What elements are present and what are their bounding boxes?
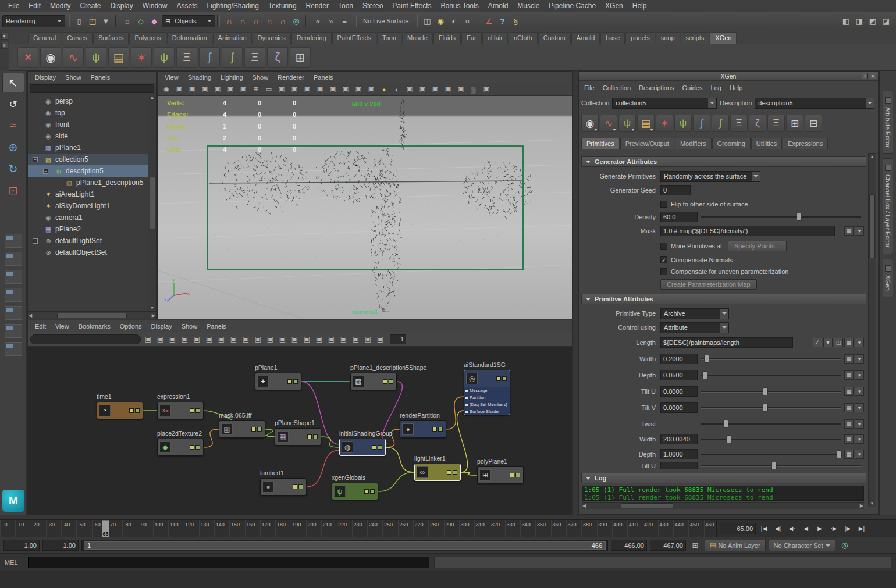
scrollbar-thumb[interactable] xyxy=(57,313,127,318)
tilt-u-slider[interactable] xyxy=(701,386,841,397)
preview-eye[interactable] xyxy=(581,115,599,132)
tilt-v-field[interactable]: 0.0000 xyxy=(660,402,698,413)
timeline-ruler[interactable]: 0102030405060708090100110120130140150160… xyxy=(0,520,717,537)
shelf-tab[interactable]: Surfaces xyxy=(93,32,129,44)
compensate-uneven-checkbox[interactable] xyxy=(660,268,667,275)
outliner-item[interactable]: front xyxy=(28,119,148,130)
xgen-tab[interactable]: Grooming xyxy=(712,138,751,149)
scroll-right-icon[interactable]: ▶ xyxy=(152,313,155,318)
graph-node-port-row[interactable]: Partition xyxy=(464,394,510,401)
shelf-tab[interactable]: Rendering xyxy=(291,32,332,44)
character-set-button[interactable]: No Character Set xyxy=(769,540,835,551)
save-map-icon[interactable]: ▼ xyxy=(823,338,833,347)
dock-tab[interactable]: Attribute Editor xyxy=(883,91,893,154)
guide-sculpt[interactable] xyxy=(267,47,288,68)
menu-item[interactable]: Modify xyxy=(45,1,75,11)
range-slider[interactable]: 1 466 xyxy=(81,540,608,551)
vp-ao[interactable] xyxy=(403,84,416,95)
sidebar-a[interactable] xyxy=(840,15,852,27)
description-dropdown[interactable]: description5 xyxy=(755,98,874,109)
snap-curve[interactable] xyxy=(236,15,249,27)
outliner-horizontal-scrollbar[interactable]: ◀ ▶ xyxy=(28,311,156,319)
green-guides[interactable] xyxy=(222,47,243,68)
shelf-tab[interactable]: base xyxy=(600,32,625,44)
menu-item[interactable]: Lighting/Shading xyxy=(202,1,263,11)
panel-menu-item[interactable]: Descriptions xyxy=(635,84,678,92)
new-scene[interactable] xyxy=(73,15,86,27)
shelf-tab[interactable]: Muscle xyxy=(402,32,433,44)
traversal-depth-field[interactable]: -1 xyxy=(390,334,406,344)
panel-menu-item[interactable]: Show xyxy=(248,73,273,81)
depth-field[interactable]: 0.0500 xyxy=(660,370,698,380)
menu-item[interactable]: Edit xyxy=(24,1,45,11)
chevron-down-icon[interactable]: ▾ xyxy=(855,338,864,347)
log-header[interactable]: Log xyxy=(581,473,866,483)
node-graph-canvas[interactable]: time1expression1pPlane1mask.065.iffplace… xyxy=(28,347,572,514)
shelf-menu-button[interactable]: ▾ xyxy=(1,33,8,40)
expand-toggle[interactable] xyxy=(33,238,38,244)
ne-next[interactable] xyxy=(337,333,350,345)
play-forwards-button[interactable]: ▶ xyxy=(813,522,827,535)
chevron-down-icon[interactable]: ▾ xyxy=(855,403,864,412)
ne-remove[interactable] xyxy=(227,333,240,345)
shelf-tab[interactable]: Dynamics xyxy=(253,32,291,44)
chevron-down-icon[interactable]: ▾ xyxy=(855,434,864,444)
shelf-tab[interactable]: panels xyxy=(625,32,655,44)
paint-select-tool[interactable] xyxy=(2,116,24,136)
dock-tab[interactable]: Channel Box / Layer Editor xyxy=(883,158,893,254)
ne-inputs[interactable] xyxy=(179,333,191,345)
panel-menu-item[interactable]: Edit xyxy=(31,322,50,330)
menu-item[interactable]: Display xyxy=(105,1,137,11)
ne-clear[interactable] xyxy=(240,333,252,345)
layout-four[interactable] xyxy=(5,252,22,266)
map-menu-icon[interactable]: ▦ xyxy=(844,434,854,444)
red-splat[interactable] xyxy=(656,115,673,132)
xgen-tab[interactable]: Modifiers xyxy=(675,138,712,149)
shelf-tab[interactable]: soup xyxy=(656,32,680,44)
guide-sculpt[interactable] xyxy=(749,115,766,132)
graph-node[interactable]: mask.065.iff xyxy=(219,420,265,438)
current-time-field[interactable]: 65.00 xyxy=(720,523,756,534)
depth-slider[interactable] xyxy=(701,370,841,380)
outliner-vertical-scrollbar[interactable]: ▲ ▼ xyxy=(148,94,156,311)
primitive-attributes-header[interactable]: Primitive Attributes xyxy=(581,294,866,304)
xgen-tab[interactable]: Primitives xyxy=(581,138,620,149)
tilt-v-slider[interactable] xyxy=(701,402,841,413)
xgen-tab[interactable]: Expressions xyxy=(783,138,828,149)
log-horizontal-scrollbar[interactable]: ◀ ▶ xyxy=(582,502,864,509)
lock-icon[interactable] xyxy=(509,15,522,27)
key-settings-icon[interactable] xyxy=(838,539,851,552)
ne-swatch[interactable] xyxy=(350,333,362,345)
select-hierarchy[interactable] xyxy=(121,15,134,27)
panel-menu-item[interactable]: View xyxy=(161,73,183,81)
menu-item[interactable]: File xyxy=(3,1,24,11)
xgen-titlebar[interactable]: XGen ▫ × xyxy=(579,72,878,81)
depth-scale-slider[interactable] xyxy=(701,449,841,459)
groom-strokes[interactable] xyxy=(767,115,785,132)
graph-node[interactable]: place2dTexture2 xyxy=(157,439,204,456)
graph-node[interactable]: expression1 xyxy=(157,402,204,419)
vp-xray[interactable] xyxy=(467,84,480,95)
outliner-item[interactable]: collection5 xyxy=(28,154,148,165)
vp-mb[interactable] xyxy=(416,84,429,95)
outliner-item[interactable]: defaultLightSet xyxy=(28,235,148,247)
generate-primitives-dropdown[interactable]: Randomly across the surface xyxy=(660,171,760,182)
menu-item[interactable]: Create xyxy=(75,1,105,11)
red-splat[interactable] xyxy=(131,47,152,68)
outliner-search-input[interactable] xyxy=(30,84,154,93)
hay-bale[interactable] xyxy=(108,47,129,68)
restore-window-icon[interactable]: ▫ xyxy=(862,73,868,79)
node-search-input[interactable] xyxy=(30,334,141,344)
playback-end-field[interactable]: 466.00 xyxy=(611,540,647,551)
green-guides[interactable] xyxy=(712,115,729,132)
map-menu-icon[interactable]: ▦ xyxy=(844,370,854,380)
snap-grid[interactable] xyxy=(223,15,236,27)
flip-checkbox[interactable] xyxy=(660,201,667,208)
vp-wire-shaded[interactable] xyxy=(352,84,365,95)
panel-menu-item[interactable]: Panels xyxy=(310,73,337,81)
vp-film-gate[interactable] xyxy=(262,84,275,95)
uv-frame[interactable] xyxy=(786,115,803,132)
map-menu-icon[interactable]: ▦ xyxy=(844,226,854,236)
step-fwd-key-button[interactable]: ·▶ xyxy=(827,522,841,535)
rotate-tool[interactable] xyxy=(2,159,24,179)
